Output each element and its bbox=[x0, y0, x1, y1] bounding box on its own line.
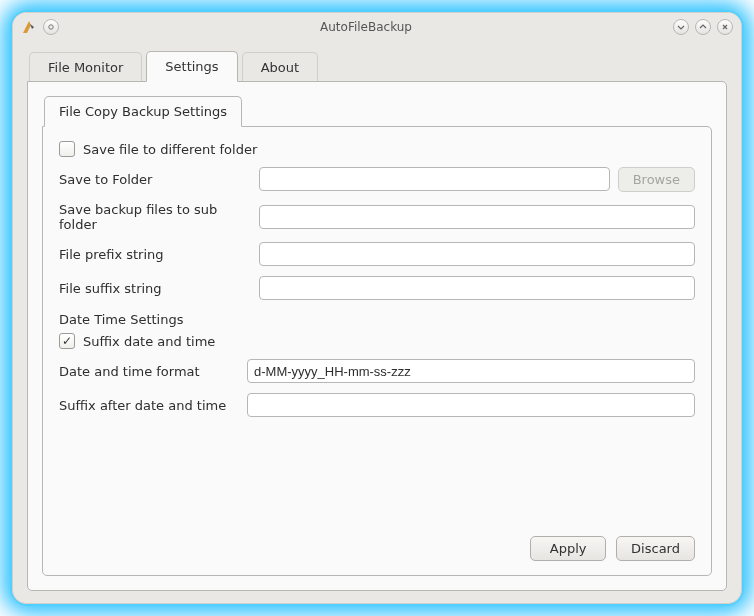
file-prefix-label: File prefix string bbox=[59, 247, 259, 262]
tab-settings[interactable]: Settings bbox=[146, 51, 237, 82]
maximize-icon[interactable] bbox=[695, 19, 711, 35]
svg-point-0 bbox=[49, 25, 53, 29]
datetime-format-label: Date and time format bbox=[59, 364, 247, 379]
close-icon[interactable] bbox=[717, 19, 733, 35]
discard-button[interactable]: Discard bbox=[616, 536, 695, 561]
suffix-datetime-label: Suffix date and time bbox=[83, 334, 215, 349]
main-tabs: File Monitor Settings About bbox=[29, 51, 727, 82]
dropdown-icon[interactable] bbox=[43, 19, 59, 35]
tab-about[interactable]: About bbox=[242, 52, 318, 83]
suffix-after-input[interactable] bbox=[247, 393, 695, 417]
save-backup-sub-input[interactable] bbox=[259, 205, 695, 229]
suffix-after-label: Suffix after date and time bbox=[59, 398, 247, 413]
file-suffix-input[interactable] bbox=[259, 276, 695, 300]
dialog-buttons: Apply Discard bbox=[59, 526, 695, 561]
titlebar: AutoFileBackup bbox=[13, 13, 741, 41]
datetime-settings-heading: Date Time Settings bbox=[59, 312, 695, 327]
browse-button: Browse bbox=[618, 167, 695, 192]
save-backup-sub-label: Save backup files to sub folder bbox=[59, 202, 259, 232]
window: AutoFileBackup File Monitor Settings Abo… bbox=[12, 12, 742, 604]
save-to-folder-input[interactable] bbox=[259, 167, 610, 191]
suffix-datetime-checkbox[interactable]: ✓ bbox=[59, 333, 75, 349]
file-suffix-label: File suffix string bbox=[59, 281, 259, 296]
minimize-icon[interactable] bbox=[673, 19, 689, 35]
datetime-format-input[interactable] bbox=[247, 359, 695, 383]
file-prefix-input[interactable] bbox=[259, 242, 695, 266]
save-different-folder-label: Save file to different folder bbox=[83, 142, 257, 157]
app-icon bbox=[21, 19, 37, 35]
save-to-folder-label: Save to Folder bbox=[59, 172, 259, 187]
window-title: AutoFileBackup bbox=[59, 20, 673, 34]
tab-file-monitor[interactable]: File Monitor bbox=[29, 52, 142, 83]
tab-file-copy-backup-settings[interactable]: File Copy Backup Settings bbox=[44, 96, 242, 127]
save-different-folder-checkbox[interactable] bbox=[59, 141, 75, 157]
settings-panel: File Copy Backup Settings Save file to d… bbox=[27, 81, 727, 591]
apply-button[interactable]: Apply bbox=[530, 536, 606, 561]
file-copy-backup-panel: Save file to different folder Save to Fo… bbox=[42, 126, 712, 576]
